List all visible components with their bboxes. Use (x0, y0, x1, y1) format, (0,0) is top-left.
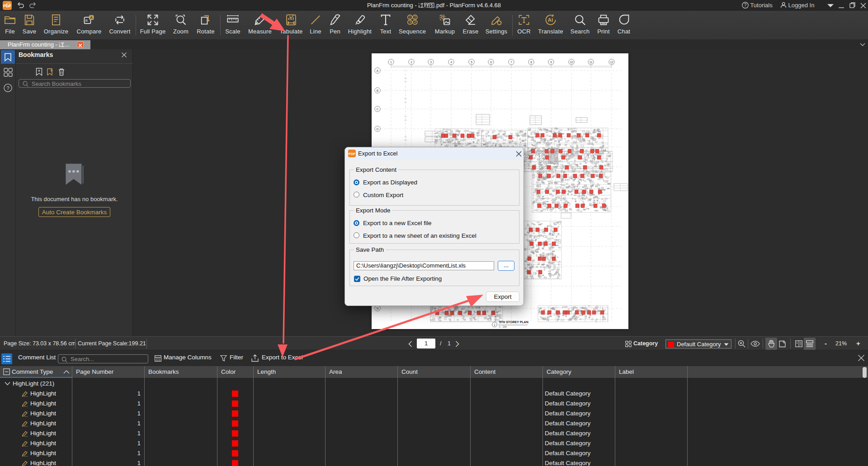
svg-text:B: B (85, 19, 88, 23)
svg-text:AI: AI (548, 17, 553, 23)
svg-text:D: D (377, 127, 379, 131)
svg-text:1: 1 (409, 15, 411, 19)
svg-text:1: 1 (494, 323, 495, 326)
svg-text:6: 6 (490, 61, 492, 64)
svg-text:2: 2 (410, 61, 412, 64)
svg-text:C: C (377, 108, 379, 111)
svg-text:3: 3 (409, 20, 411, 24)
svg-text:A: A (90, 16, 93, 20)
svg-text:5: 5 (471, 61, 472, 64)
svg-text:4: 4 (450, 61, 452, 64)
svg-text:1 : 200: 1 : 200 (499, 325, 507, 328)
svg-text:PDF: PDF (349, 152, 356, 156)
svg-text:?: ? (6, 85, 9, 91)
svg-text:N: N (377, 307, 379, 310)
svg-text:1: 1 (390, 61, 392, 64)
svg-text:A: A (377, 69, 379, 72)
svg-text:5TH STOREY PLAN: 5TH STOREY PLAN (499, 320, 528, 324)
svg-text:4: 4 (414, 20, 416, 24)
svg-text:9: 9 (550, 61, 552, 64)
svg-text:10: 10 (570, 61, 573, 64)
svg-text:11: 11 (590, 61, 593, 64)
svg-text:2: 2 (414, 15, 416, 19)
svg-text:3: 3 (430, 61, 432, 64)
svg-text:B: B (377, 89, 378, 92)
svg-text:8: 8 (530, 61, 532, 64)
svg-text:?: ? (744, 3, 747, 8)
svg-text:7: 7 (510, 61, 512, 64)
svg-text:12: 12 (610, 61, 613, 64)
